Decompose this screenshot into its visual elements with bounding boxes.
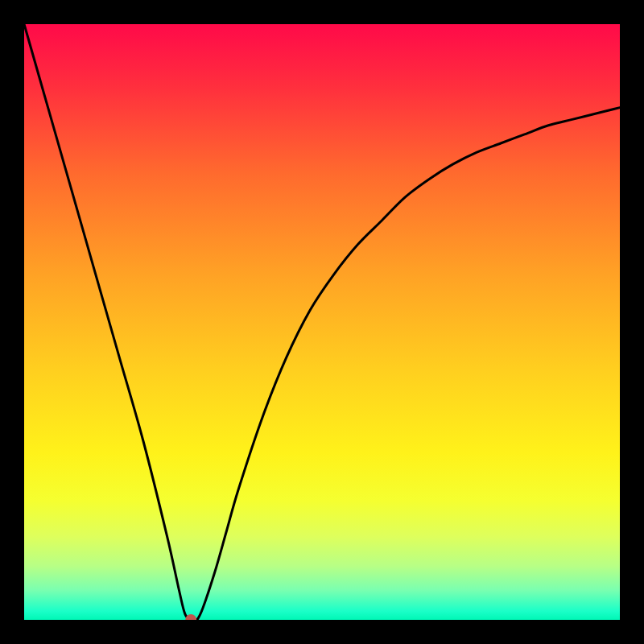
gradient-background: [24, 24, 620, 620]
chart-container: TheBottleneck.com: [0, 0, 644, 644]
bottleneck-chart: [0, 0, 644, 644]
